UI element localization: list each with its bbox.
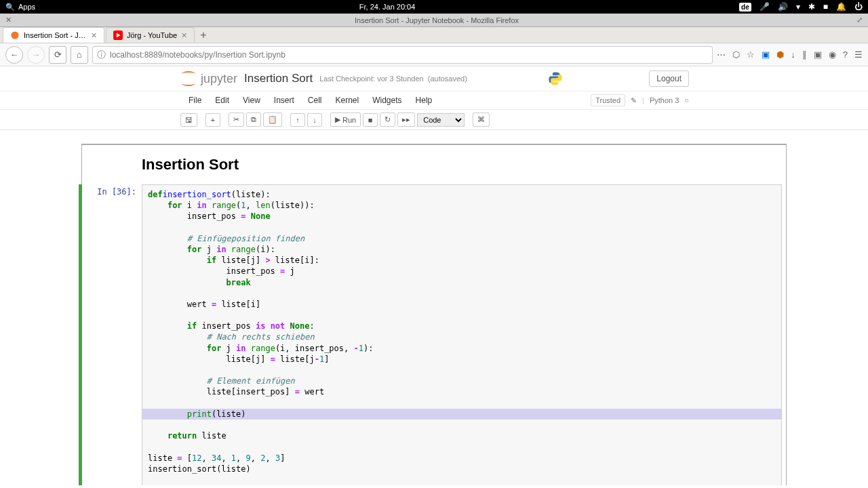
move-up-button[interactable]: ↑ <box>290 113 305 127</box>
restart-run-button[interactable]: ▸▸ <box>397 113 415 127</box>
pocket-icon[interactable]: ⬡ <box>732 49 740 60</box>
apps-menu[interactable]: 🔍 Apps <box>5 3 35 12</box>
window-close-icon[interactable]: ✕ <box>5 16 12 24</box>
window-titlebar: ✕ Insertion Sort - Jupyter Notebook - Mo… <box>0 14 868 27</box>
system-tray: de 🎤 🔊 ▾ ✱ ■ 🔔 ⏻ <box>739 2 863 12</box>
back-button[interactable]: ← <box>5 46 23 64</box>
edit-icon[interactable]: ✎ <box>631 96 637 105</box>
run-icon: ▶ <box>335 115 340 124</box>
paste-button[interactable]: 📋 <box>263 113 282 127</box>
save-button[interactable]: 🖫 <box>180 113 197 127</box>
heading: Insertion Sort <box>82 153 786 184</box>
reload-button[interactable]: ⟳ <box>49 46 66 64</box>
kernel-name[interactable]: Python 3 <box>650 96 679 104</box>
copy-button[interactable]: ⧉ <box>246 113 261 127</box>
tab-title: Jörg - YouTube <box>127 31 177 39</box>
tab-close-icon[interactable]: ✕ <box>91 31 97 40</box>
keyboard-indicator[interactable]: de <box>739 3 751 12</box>
restart-button[interactable]: ↻ <box>380 113 395 127</box>
url-text: localhost:8889/notebooks/py/Insertion So… <box>110 50 285 60</box>
power-icon[interactable]: ⏻ <box>854 2 863 12</box>
volume-icon[interactable]: 🔊 <box>778 2 788 12</box>
browser-tabs: Insertion Sort - Jupyter Note ✕ Jörg - Y… <box>0 27 868 43</box>
command-palette-button[interactable]: ⌘ <box>473 113 490 127</box>
menu-view[interactable]: View <box>236 93 267 108</box>
kernel-status-icon: ○ <box>684 96 689 104</box>
input-prompt: In [36]: <box>82 184 142 485</box>
menu-kernel[interactable]: Kernel <box>329 93 366 108</box>
jupyter-favicon <box>10 30 20 40</box>
code-input[interactable]: definsertion_sort(liste): for i in range… <box>142 184 782 485</box>
run-button[interactable]: ▶Run <box>330 113 361 127</box>
star-icon[interactable]: ☆ <box>747 49 755 60</box>
jupyter-logo-text: jupyter <box>201 72 237 86</box>
window-title: Insertion Sort - Jupyter Notebook - Mozi… <box>17 16 856 24</box>
account-icon[interactable]: ◉ <box>829 49 836 60</box>
menu-icon[interactable]: ☰ <box>854 49 863 60</box>
youtube-favicon <box>113 30 123 40</box>
menu-insert[interactable]: Insert <box>267 93 301 108</box>
menu-help[interactable]: Help <box>409 93 439 108</box>
search-icon: 🔍 <box>5 3 15 12</box>
menu-cell[interactable]: Cell <box>301 93 329 108</box>
url-bar[interactable]: ⓘ localhost:8889/notebooks/py/Insertion … <box>92 46 713 64</box>
battery-icon[interactable]: ■ <box>823 2 828 12</box>
help-icon[interactable]: ? <box>843 49 848 60</box>
python-icon <box>548 71 563 86</box>
tab-close-icon[interactable]: ✕ <box>181 31 187 40</box>
cell-type-select[interactable]: Code <box>417 113 465 127</box>
new-tab-button[interactable]: + <box>196 28 210 43</box>
notebook-container: Insertion Sort In [36]: definsertion_sor… <box>81 144 787 485</box>
move-down-button[interactable]: ↓ <box>307 113 322 127</box>
checkpoint-info: Last Checkpoint: vor 3 Stunden (autosave… <box>319 75 467 83</box>
notebook-header: jupyter Insertion Sort Last Checkpoint: … <box>0 66 868 92</box>
trusted-indicator[interactable]: Trusted <box>591 94 625 106</box>
code-cell[interactable]: In [36]: definsertion_sort(liste): for i… <box>79 184 786 485</box>
toolbar: 🖫 + ✂ ⧉ 📋 ↑ ↓ ▶Run ■ ↻ ▸▸ Code ⌘ <box>0 110 868 130</box>
tab-youtube[interactable]: Jörg - YouTube ✕ <box>106 27 195 43</box>
ext-icon[interactable]: ▣ <box>762 49 770 60</box>
forward-button[interactable]: → <box>27 46 45 64</box>
clock: Fr, 24. Jan 20:04 <box>35 3 739 11</box>
cut-button[interactable]: ✂ <box>229 113 244 127</box>
notifications-icon[interactable]: 🔔 <box>836 2 846 12</box>
add-cell-button[interactable]: + <box>205 113 220 127</box>
notebook-body[interactable]: Insertion Sort In [36]: definsertion_sor… <box>0 130 868 485</box>
home-button[interactable]: ⌂ <box>71 46 88 64</box>
browser-navbar: ← → ⟳ ⌂ ⓘ localhost:8889/notebooks/py/In… <box>0 43 868 66</box>
window-maximize-icon[interactable]: ⤢ <box>856 16 863 24</box>
library-icon[interactable]: ∥ <box>802 49 807 60</box>
menu-file[interactable]: File <box>182 93 208 108</box>
logout-button[interactable]: Logout <box>649 70 689 87</box>
svg-point-0 <box>11 31 18 39</box>
os-topbar: 🔍 Apps Fr, 24. Jan 20:04 de 🎤 🔊 ▾ ✱ ■ 🔔 … <box>0 0 868 14</box>
apps-label: Apps <box>18 3 35 11</box>
download-icon[interactable]: ↓ <box>791 49 795 60</box>
jupyter-orbit-icon <box>179 69 198 88</box>
more-icon[interactable]: ⋯ <box>717 49 726 60</box>
tab-title: Insertion Sort - Jupyter Note <box>24 31 87 39</box>
bluetooth-icon[interactable]: ✱ <box>808 2 815 12</box>
menu-widgets[interactable]: Widgets <box>366 93 408 108</box>
stop-button[interactable]: ■ <box>363 113 378 127</box>
info-icon[interactable]: ⓘ <box>97 49 106 61</box>
wifi-icon[interactable]: ▾ <box>796 2 800 12</box>
jupyter-logo[interactable]: jupyter <box>179 69 237 88</box>
menu-bar: FileEditViewInsertCellKernelWidgetsHelp … <box>0 92 868 110</box>
ext-icon[interactable]: ⬢ <box>776 49 784 60</box>
notebook-name[interactable]: Insertion Sort <box>244 72 313 85</box>
sidebar-icon[interactable]: ▣ <box>814 49 822 60</box>
menu-edit[interactable]: Edit <box>208 93 236 108</box>
tab-jupyter[interactable]: Insertion Sort - Jupyter Note ✕ <box>3 27 104 43</box>
mic-icon[interactable]: 🎤 <box>760 2 770 12</box>
